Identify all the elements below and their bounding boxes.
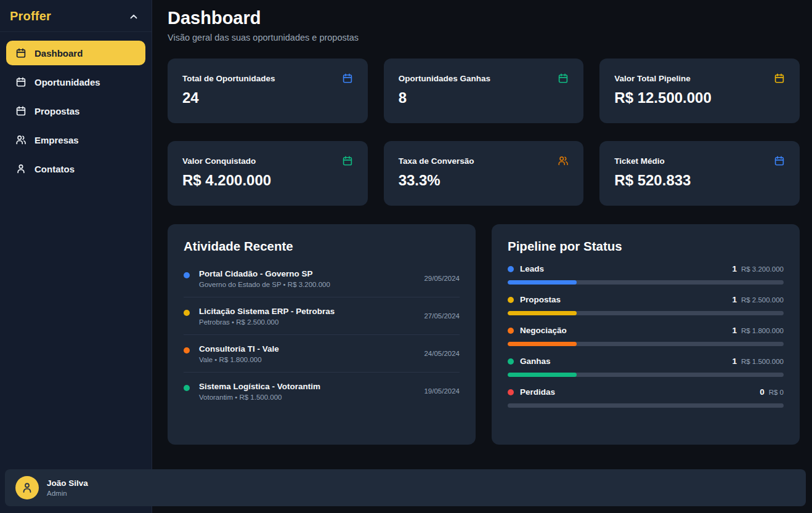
activity-subtitle: Vale • R$ 1.800.000 — [199, 356, 415, 363]
pipeline-row-propostas: Propostas 1 R$ 2.500.000 — [508, 295, 784, 315]
progress-bar-track — [508, 311, 784, 315]
pipeline-count: 0 — [760, 387, 765, 397]
activity-item: Licitação Sistema ERP - Petrobras Petrob… — [184, 297, 460, 334]
recent-activity-title: Atividade Recente — [184, 239, 460, 254]
calendar-icon — [342, 73, 353, 84]
sidebar-item-contatos[interactable]: Contatos — [6, 156, 145, 181]
pipeline-count: 1 — [732, 326, 737, 335]
sidebar-item-label: Propostas — [35, 106, 79, 116]
user-role: Admin — [47, 490, 88, 497]
progress-bar-track — [508, 403, 784, 408]
stat-value: 24 — [182, 89, 353, 107]
sidebar-header: Proffer — [0, 0, 152, 32]
activity-item: Consultoria TI - Vale Vale • R$ 1.800.00… — [184, 334, 460, 372]
stat-label: Ticket Médio — [614, 156, 665, 166]
stat-value: R$ 4.200.000 — [182, 172, 353, 189]
calendar-icon — [15, 47, 26, 59]
progress-bar-track — [508, 280, 784, 285]
stat-card-ticket-medio: Ticket Médio R$ 520.833 — [599, 141, 800, 206]
avatar — [15, 476, 39, 499]
stat-card-valor-total-pipeline: Valor Total Pipeline R$ 12.500.000 — [599, 59, 800, 123]
activity-date: 27/05/2024 — [424, 312, 460, 320]
pipeline-row-leads: Leads 1 R$ 3.200.000 — [508, 264, 784, 285]
recent-activity-panel: Atividade Recente Portal Cidadão - Gover… — [168, 224, 476, 445]
stat-value: R$ 520.833 — [614, 172, 785, 189]
calendar-icon — [558, 73, 569, 84]
calendar-icon — [774, 73, 785, 84]
status-dot — [508, 266, 514, 272]
pipeline-value: R$ 1.800.000 — [741, 327, 784, 334]
status-dot — [184, 310, 190, 316]
panels-row: Atividade Recente Portal Cidadão - Gover… — [168, 224, 800, 445]
page-title: Dashboard — [168, 8, 800, 28]
status-dot — [508, 389, 514, 395]
progress-bar-track — [508, 342, 784, 346]
app-window: Proffer Dashboard Oportunidades — [0, 0, 812, 513]
pipeline-panel: Pipeline por Status Leads 1 R$ 3.200.000 — [492, 224, 800, 445]
progress-bar-fill — [508, 373, 577, 377]
pipeline-label: Propostas — [520, 295, 561, 304]
stat-card-valor-conquistado: Valor Conquistado R$ 4.200.000 — [168, 141, 368, 206]
page-subtitle: Visão geral das suas oportunidades e pro… — [168, 33, 800, 42]
chevron-up-icon — [128, 11, 139, 22]
activity-title: Consultoria TI - Vale — [199, 344, 415, 353]
pipeline-count: 1 — [732, 295, 737, 304]
status-dot — [508, 358, 514, 365]
calendar-icon — [774, 155, 785, 166]
progress-bar-track — [508, 373, 784, 377]
stat-label: Oportunidades Ganhas — [399, 74, 490, 83]
sidebar-collapse-button[interactable] — [127, 10, 140, 23]
pipeline-value: R$ 2.500.000 — [741, 296, 784, 304]
pipeline-value: R$ 3.200.000 — [741, 265, 784, 273]
stat-value: 33.3% — [399, 172, 569, 189]
activity-title: Sistema Logística - Votorantim — [199, 382, 415, 391]
users-icon — [558, 155, 569, 166]
activity-date: 29/05/2024 — [424, 275, 460, 282]
calendar-icon — [15, 76, 26, 87]
status-dot — [184, 385, 190, 391]
pipeline-count: 1 — [732, 264, 737, 273]
pipeline-label: Ganhas — [520, 357, 551, 366]
activity-date: 19/05/2024 — [424, 387, 460, 395]
sidebar-item-label: Oportunidades — [35, 77, 100, 87]
activity-subtitle: Petrobras • R$ 2.500.000 — [199, 318, 415, 326]
activity-list: Portal Cidadão - Governo SP Governo do E… — [184, 260, 460, 410]
pipeline-row-negociacao: Negociação 1 R$ 1.800.000 — [508, 326, 784, 346]
stat-card-oportunidades-ganhas: Oportunidades Ganhas 8 — [384, 59, 584, 123]
activity-item: Sistema Logística - Votorantim Votoranti… — [184, 372, 460, 410]
progress-bar-fill — [508, 280, 577, 285]
user-icon — [15, 163, 26, 174]
pipeline-title: Pipeline por Status — [508, 239, 784, 254]
pipeline-label: Negociação — [520, 326, 567, 335]
pipeline-value: R$ 0 — [769, 389, 784, 396]
sidebar-item-dashboard[interactable]: Dashboard — [6, 41, 145, 65]
sidebar-item-oportunidades[interactable]: Oportunidades — [6, 70, 145, 94]
stat-card-total-oportunidades: Total de Oportunidades 24 — [168, 59, 368, 123]
pipeline-row-perdidas: Perdidas 0 R$ 0 — [508, 387, 784, 408]
status-dot — [508, 328, 514, 334]
sidebar: Proffer Dashboard Oportunidades — [0, 0, 152, 513]
sidebar-item-propostas[interactable]: Propostas — [6, 99, 145, 123]
calendar-icon — [15, 105, 26, 116]
status-dot — [508, 297, 514, 303]
stat-label: Valor Conquistado — [182, 156, 256, 166]
activity-date: 24/05/2024 — [424, 350, 460, 357]
stat-value: R$ 12.500.000 — [614, 89, 785, 107]
activity-subtitle: Votorantim • R$ 1.500.000 — [199, 394, 415, 401]
pipeline-label: Perdidas — [520, 387, 555, 397]
activity-title: Licitação Sistema ERP - Petrobras — [199, 307, 415, 316]
status-dot — [184, 272, 190, 278]
activity-item: Portal Cidadão - Governo SP Governo do E… — [184, 260, 460, 297]
user-bar[interactable]: João Silva Admin — [5, 469, 806, 506]
stat-label: Taxa de Conversão — [399, 156, 474, 166]
users-icon — [15, 134, 26, 145]
status-dot — [184, 347, 190, 353]
progress-bar-fill — [508, 342, 577, 346]
progress-bar-fill — [508, 311, 577, 315]
sidebar-item-empresas[interactable]: Empresas — [6, 127, 145, 152]
stat-label: Total de Oportunidades — [182, 74, 275, 83]
sidebar-item-label: Dashboard — [35, 48, 83, 59]
stat-value: 8 — [399, 89, 569, 107]
activity-subtitle: Governo do Estado de SP • R$ 3.200.000 — [199, 281, 415, 288]
pipeline-value: R$ 1.500.000 — [741, 358, 784, 365]
